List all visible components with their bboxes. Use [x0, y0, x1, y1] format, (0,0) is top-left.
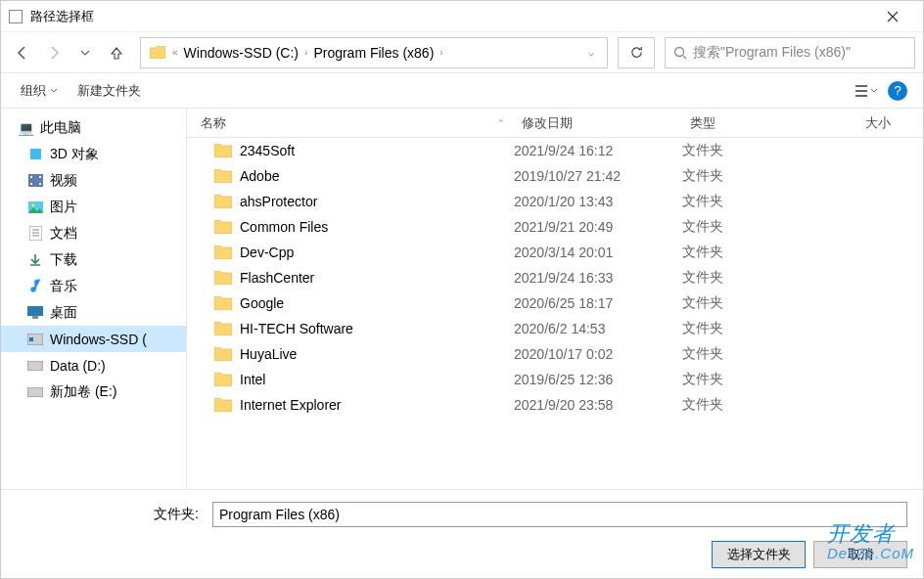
svg-rect-2	[855, 90, 867, 92]
back-button[interactable]	[9, 39, 36, 67]
toolbar: 组织 新建文件夹 ?	[1, 73, 923, 109]
file-type: 文件夹	[682, 218, 831, 236]
file-name: Adobe	[240, 168, 279, 184]
select-folder-button[interactable]: 选择文件夹	[712, 541, 806, 568]
file-name: FlashCenter	[240, 270, 314, 286]
folder-icon	[149, 44, 166, 62]
sidebar-item-pictures[interactable]: 图片	[1, 194, 186, 220]
address-bar[interactable]: « Windows-SSD (C:) › Program Files (x86)…	[140, 37, 608, 68]
chevron-right-icon[interactable]: ›	[438, 47, 444, 58]
folder-icon	[214, 220, 232, 234]
table-row[interactable]: HuyaLive2020/10/17 0:02文件夹	[187, 341, 923, 367]
file-name: Internet Explorer	[240, 397, 342, 413]
table-row[interactable]: Google2020/6/25 18:17文件夹	[187, 290, 923, 316]
sidebar-this-pc[interactable]: 💻此电脑	[1, 114, 186, 141]
table-row[interactable]: ahsProtector2020/1/20 13:43文件夹	[187, 189, 923, 214]
folder-icon	[214, 296, 232, 310]
sidebar-item-documents[interactable]: 文档	[1, 220, 186, 246]
file-name: 2345Soft	[240, 143, 295, 158]
folder-label: 文件夹:	[17, 506, 199, 523]
table-row[interactable]: Common Files2021/9/21 20:49文件夹	[187, 214, 923, 240]
file-name: Common Files	[240, 219, 328, 235]
folder-icon	[214, 169, 232, 183]
table-row[interactable]: Intel2019/6/25 12:36文件夹	[187, 367, 923, 392]
table-row[interactable]: Adobe2019/10/27 21:42文件夹	[187, 163, 923, 189]
file-type: 文件夹	[682, 167, 831, 185]
table-row[interactable]: FlashCenter2021/9/24 16:33文件夹	[187, 265, 923, 290]
sidebar-item-videos[interactable]: 视频	[1, 167, 186, 194]
sidebar-item-desktop[interactable]: 桌面	[1, 299, 186, 326]
file-date: 2020/10/17 0:02	[514, 346, 682, 362]
file-date: 2021/9/24 16:12	[514, 143, 682, 158]
folder-icon	[214, 322, 232, 335]
chevron-up-icon: ⌃	[497, 118, 505, 128]
file-date: 2019/10/27 21:42	[514, 168, 682, 184]
svg-rect-5	[28, 174, 43, 187]
file-date: 2020/1/20 13:43	[514, 194, 682, 209]
file-name: HuyaLive	[240, 346, 297, 362]
svg-rect-9	[39, 183, 41, 185]
svg-rect-19	[29, 337, 33, 341]
sidebar-item-downloads[interactable]: 下载	[1, 246, 186, 273]
file-date: 2020/3/14 20:01	[514, 245, 682, 260]
navbar: « Windows-SSD (C:) › Program Files (x86)…	[1, 32, 923, 73]
sidebar-item-3d[interactable]: 3D 对象	[1, 141, 186, 167]
table-row[interactable]: 2345Soft2021/9/24 16:12文件夹	[187, 138, 923, 163]
column-size[interactable]: 大小	[831, 109, 900, 137]
file-date: 2021/9/24 16:33	[514, 270, 682, 286]
column-type[interactable]: 类型	[682, 109, 831, 137]
column-headers: 名称⌃ 修改日期 类型 大小	[187, 109, 923, 138]
folder-icon	[214, 271, 232, 285]
cancel-button[interactable]: 取消	[813, 541, 907, 568]
chevron-right-icon[interactable]: «	[170, 47, 180, 58]
svg-rect-3	[855, 95, 867, 97]
svg-rect-6	[30, 176, 32, 178]
view-options-button[interactable]	[853, 79, 880, 103]
recent-dropdown[interactable]	[71, 39, 99, 67]
search-input[interactable]: 搜索"Program Files (x86)"	[665, 37, 915, 68]
sidebar-item-drive-e[interactable]: 新加卷 (E:)	[1, 379, 186, 405]
column-name[interactable]: 名称⌃	[187, 109, 514, 137]
help-icon: ?	[888, 81, 907, 101]
file-date: 2020/6/25 18:17	[514, 295, 682, 311]
svg-rect-21	[27, 387, 43, 397]
window-title: 路径选择框	[30, 8, 870, 25]
table-row[interactable]: Internet Explorer2021/9/20 23:58文件夹	[187, 392, 923, 418]
file-type: 文件夹	[682, 396, 831, 414]
file-type: 文件夹	[682, 345, 831, 363]
sidebar-item-drive-c[interactable]: Windows-SSD (	[1, 326, 186, 352]
folder-icon	[214, 245, 232, 259]
column-date[interactable]: 修改日期	[514, 109, 682, 137]
chevron-right-icon[interactable]: ›	[302, 47, 309, 58]
video-icon	[26, 173, 44, 189]
table-row[interactable]: Dev-Cpp2020/3/14 20:01文件夹	[187, 240, 923, 265]
breadcrumb-item[interactable]: Windows-SSD (C:)	[180, 45, 302, 61]
refresh-button[interactable]	[618, 37, 655, 68]
sidebar-item-drive-d[interactable]: Data (D:)	[1, 352, 186, 379]
breadcrumb-item[interactable]: Program Files (x86)	[309, 45, 438, 61]
sidebar-item-music[interactable]: 音乐	[1, 273, 186, 299]
file-date: 2021/9/21 20:49	[514, 219, 682, 235]
close-button[interactable]	[870, 2, 915, 31]
folder-icon	[214, 347, 232, 361]
file-name: Dev-Cpp	[240, 245, 294, 260]
svg-rect-16	[27, 306, 43, 316]
documents-icon	[26, 226, 44, 242]
search-placeholder: 搜索"Program Files (x86)"	[693, 44, 851, 62]
up-button[interactable]	[103, 39, 130, 67]
svg-point-11	[31, 203, 34, 206]
forward-button[interactable]	[40, 39, 68, 67]
folder-input[interactable]	[212, 502, 907, 527]
address-dropdown[interactable]: ⌵	[579, 47, 603, 58]
organize-button[interactable]: 组织	[13, 78, 66, 104]
help-button[interactable]: ?	[884, 79, 911, 103]
app-icon	[9, 10, 23, 23]
svg-rect-1	[855, 85, 867, 87]
file-type: 文件夹	[682, 244, 831, 261]
svg-rect-17	[32, 316, 38, 319]
table-row[interactable]: HI-TECH Software2020/6/2 14:53文件夹	[187, 316, 923, 341]
drive-icon	[26, 384, 44, 400]
new-folder-button[interactable]: 新建文件夹	[69, 78, 149, 104]
file-rows[interactable]: 2345Soft2021/9/24 16:12文件夹Adobe2019/10/2…	[187, 138, 923, 489]
folder-icon	[214, 195, 232, 208]
